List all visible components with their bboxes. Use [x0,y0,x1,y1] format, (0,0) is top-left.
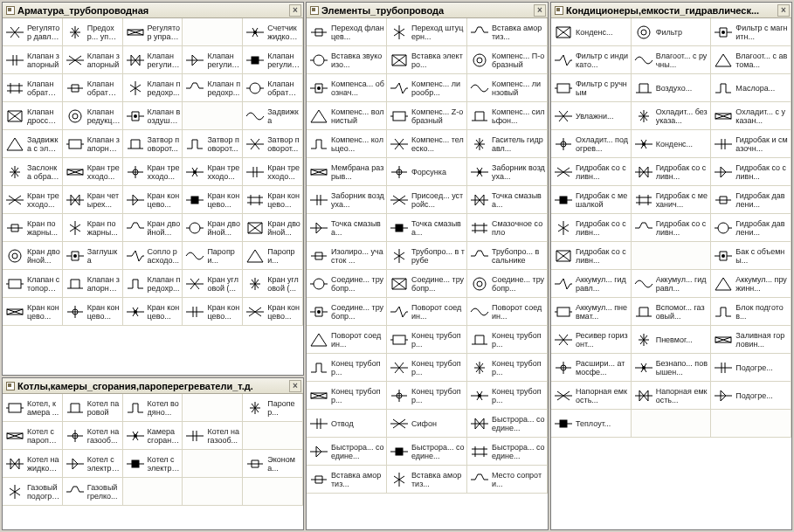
symbol-cell[interactable]: Точка смазыва... [467,186,548,214]
symbol-cell[interactable]: Кран трехходо... [3,186,63,214]
symbol-cell[interactable]: Аккумул... гидравл... [632,270,712,298]
symbol-cell[interactable]: Напорная емкость... [551,382,632,410]
close-icon[interactable]: × [777,4,790,17]
symbol-cell[interactable]: Компенс... Z-образный [387,102,467,130]
symbol-cell[interactable]: Сопло расходо... [123,242,183,270]
symbol-cell[interactable]: Котел водяно... [123,394,183,422]
symbol-cell[interactable]: Фильтр [632,18,712,46]
symbol-cell[interactable]: Увлажни... [551,102,632,130]
symbol-cell[interactable]: Задвижка [243,102,303,130]
symbol-cell[interactable]: Клапан запорны... [63,270,123,298]
symbol-cell[interactable]: Паропри... [243,242,303,270]
symbol-cell[interactable]: Паропер... [243,394,303,422]
symbol-cell[interactable]: Конец трубопр... [387,382,467,410]
symbol-cell[interactable]: Клапан предохр... [183,74,243,102]
symbol-cell[interactable]: Быстрора... соедине... [307,438,387,466]
symbol-cell[interactable]: Подогре... [711,354,791,382]
symbol-cell[interactable]: Маслора... [711,74,791,102]
symbol-cell[interactable]: Охладит... с указан... [711,102,791,130]
symbol-cell[interactable]: Соедине... трубопр... [307,270,387,298]
symbol-cell[interactable]: Паропри... [183,242,243,270]
symbol-cell[interactable]: Кран угловой (... [243,270,303,298]
symbol-cell[interactable]: Пневмог... [632,326,712,354]
symbol-cell[interactable]: Поворот соедин... [467,298,548,326]
symbol-cell[interactable]: Гидробак давлени... [711,186,791,214]
symbol-cell[interactable]: Смазочное сопло [467,214,548,242]
symbol-cell[interactable]: Котел на газооб... [183,422,243,450]
symbol-cell[interactable]: Компенс... сильфон... [467,102,548,130]
symbol-cell[interactable]: Затвор поворот... [183,130,243,158]
symbol-cell[interactable]: Изолиро... участок ... [307,242,387,270]
symbol-cell[interactable]: Поворот соедин... [307,326,387,354]
symbol-cell[interactable]: Вставка электро... [387,46,467,74]
symbol-cell[interactable]: Задвижка с электро... [3,130,63,158]
symbol-cell[interactable]: Конденс... [551,18,632,46]
symbol-cell[interactable]: Соедине... трубопр... [307,298,387,326]
symbol-cell[interactable]: Аккумул... пружинн... [711,270,791,298]
symbol-cell[interactable]: Присоед... устройс... [387,186,467,214]
symbol-cell[interactable]: Кран концево... [243,186,303,214]
symbol-cell[interactable]: Фильтр с индикато... [551,46,632,74]
symbol-cell[interactable]: Заборник воздуха... [307,186,387,214]
symbol-cell[interactable]: Аккумул... гидравл... [551,270,632,298]
symbol-cell[interactable]: Конец трубопр... [467,382,548,410]
symbol-cell[interactable]: Конец трубопр... [387,326,467,354]
symbol-cell[interactable]: Трубопро... в трубе [387,242,467,270]
symbol-cell[interactable]: Кран трехходо... [123,158,183,186]
symbol-cell[interactable]: Клапан редукци... [63,102,123,130]
symbol-cell[interactable]: Соедине... трубопр... [387,270,467,298]
symbol-cell[interactable]: Клапан регулир... [123,46,183,74]
symbol-cell[interactable]: Место сопроти... [467,466,548,494]
symbol-cell[interactable]: Заливная горловин... [711,326,791,354]
symbol-cell[interactable]: Заборник воздуха... [467,158,548,186]
symbol-cell[interactable]: Сифон [387,410,467,438]
symbol-cell[interactable]: Трубопро... в сальнике [467,242,548,270]
close-icon[interactable]: × [534,4,546,17]
symbol-cell[interactable]: Компенс... П-образный [467,46,548,74]
symbol-cell[interactable]: Расшири... атмосфе... [551,354,632,382]
symbol-cell[interactable]: Кран концево... [63,298,123,326]
symbol-cell[interactable]: Гидробак со сливн... [632,158,712,186]
symbol-cell[interactable]: Вспомог... газовый... [632,298,712,326]
symbol-cell[interactable]: Фильтр с ручным [551,74,632,102]
symbol-cell[interactable]: Конец трубопр... [307,354,387,382]
symbol-cell[interactable]: Кран трехходо... [183,158,243,186]
symbol-cell[interactable]: Вставка амортиз... [307,466,387,494]
symbol-cell[interactable]: Быстрора... соедине... [467,438,548,466]
symbol-cell[interactable]: Гидробак с механич... [632,186,712,214]
symbol-cell[interactable]: Кран трехходо... [63,158,123,186]
symbol-cell[interactable]: Клапан запорны... [63,130,123,158]
symbol-cell[interactable]: Эконома... [243,450,303,478]
symbol-cell[interactable]: Точка смазыва... [387,214,467,242]
symbol-cell[interactable]: Конец трубопр... [467,326,548,354]
symbol-cell[interactable]: Кран двойной... [183,214,243,242]
close-icon[interactable]: × [289,4,301,17]
symbol-cell[interactable]: Компенс... телеско... [387,130,467,158]
symbol-cell[interactable]: Конец трубопр... [307,382,387,410]
symbol-cell[interactable]: Охладит... подогрев... [551,130,632,158]
symbol-cell[interactable]: Гидробак со сливн... [632,214,712,242]
symbol-cell[interactable]: Гидробак с мешалкой [551,186,632,214]
symbol-cell[interactable]: Кран трехходо... [243,158,303,186]
symbol-cell[interactable]: Заслонка обратны... [3,158,63,186]
symbol-cell[interactable]: Аккумул... пневмат... [551,298,632,326]
symbol-cell[interactable]: Клапан регулир... [183,46,243,74]
symbol-cell[interactable]: Быстрора... соедине... [467,410,548,438]
symbol-cell[interactable]: Точка смазыва... [307,214,387,242]
symbol-cell[interactable]: Влагоот... с автома... [711,46,791,74]
symbol-cell[interactable]: Клапан стопорный [3,270,63,298]
symbol-cell[interactable]: Конец трубопр... [387,354,467,382]
symbol-cell[interactable]: Влагоот... с ручны... [632,46,712,74]
symbol-cell[interactable]: Конец трубопр... [467,354,548,382]
symbol-cell[interactable]: Конденс... [632,130,712,158]
symbol-cell[interactable]: Клапан запорный [3,46,63,74]
symbol-cell[interactable]: Кран двойной... [123,214,183,242]
symbol-cell[interactable]: Безнапо... повышен... [632,354,712,382]
symbol-cell[interactable]: Компенс... волнистый [307,102,387,130]
symbol-cell[interactable]: Напорная емкость... [632,382,712,410]
symbol-cell[interactable]: Кран концево... [243,298,303,326]
symbol-cell[interactable]: Фильтр с магнитн... [711,18,791,46]
symbol-cell[interactable]: Компенс... кольцео... [307,130,387,158]
symbol-cell[interactable]: Котел с электро... [63,450,123,478]
panel-header-boilers[interactable]: Котлы,камеры_сгорания,пароперегреватели_… [3,378,303,394]
